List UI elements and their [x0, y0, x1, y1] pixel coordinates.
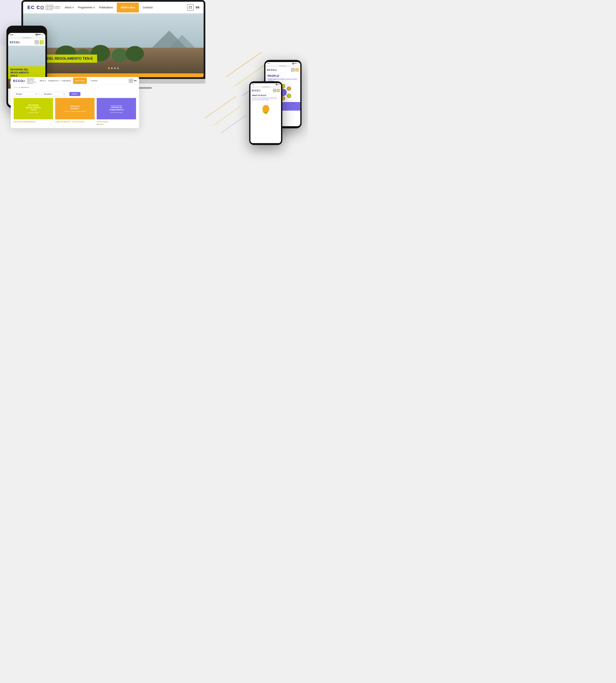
pub-nav-whatsnew[interactable]: What's New: [73, 78, 87, 84]
hero-dot-2[interactable]: [111, 67, 113, 69]
nav-publications[interactable]: Publications: [99, 6, 113, 9]
svg-rect-45: [265, 113, 267, 114]
nav-programmes[interactable]: Programmes ∨: [78, 6, 95, 9]
pub-card-1-image[interactable]: REVISIONE REGOLAMENTO TEN-E POSITION PAP…: [14, 98, 53, 119]
people-time: 9:41: [267, 63, 270, 64]
pub-card-3-title-2: CAMBIAMENTO: [109, 109, 124, 111]
phone-url-left: ecoclimate.org: [8, 36, 45, 39]
filter-authors-select[interactable]: All authors ∨: [42, 92, 67, 96]
ecco-phone-nav: ECCO: [250, 88, 281, 93]
laptop-screen: EC C THE ITALIAN INDEPENDENT ENERGY AND …: [21, 0, 205, 79]
svg-rect-44: [264, 112, 268, 113]
pub-nav-contacts[interactable]: Contacts: [91, 80, 97, 82]
svg-point-9: [112, 48, 128, 62]
pub-breadcrumb: Home / Publications: [11, 85, 139, 90]
ecco-menu-line-1: [277, 90, 279, 90]
people-menu-icon[interactable]: [295, 68, 299, 71]
phone-hero-title-line3: TEN-E: [10, 74, 43, 77]
desktop-nav: EC C THE ITALIAN INDEPENDENT ENERGY AND …: [23, 2, 204, 14]
pub-card-2: CAPACITY MARKET ADVOCACY KIT E POSITION …: [55, 98, 94, 125]
hero-dot-4[interactable]: [117, 67, 119, 69]
nav-links: About ∨ Programmes ∨ Publications What's…: [65, 3, 188, 13]
phone-signal-left: ▐▐ WiFi 🔋: [35, 34, 43, 36]
ecco-nav-icons: [273, 89, 280, 92]
chevron-down-icon-topic: ∨: [36, 93, 37, 95]
pub-card-2-badge: ADVOCACY KIT E POSITION PAPER: [64, 111, 86, 112]
phone-right-bottom-screen: 9:41 ▐▐ WiFi ecoclimate.org ECCO: [250, 83, 281, 143]
hero-dots: [108, 67, 119, 69]
menu-line-3: [40, 43, 43, 43]
people-cal-icon[interactable]: [291, 68, 294, 71]
svg-point-31: [287, 94, 291, 98]
ecco-what-title: WHAT IS ECCO: [252, 94, 279, 96]
logo-tagline: THE ITALIAN INDEPENDENT ENERGY AND CLIMA…: [46, 4, 61, 11]
phone-nav-left: ECCO: [8, 39, 45, 46]
pub-cards: REVISIONE REGOLAMENTO TEN-E POSITION PAP…: [11, 98, 139, 128]
nav-icons: EN: [187, 4, 199, 11]
people-menu-line-1: [296, 69, 298, 69]
phone-status-bar-left: 9:41 ▐▐ WiFi 🔋: [8, 33, 45, 36]
hero-bg: [23, 14, 204, 73]
pub-nav-lang[interactable]: EN: [134, 80, 136, 82]
pub-card-3-title-1: APPUNTI DI: [111, 106, 122, 109]
hero-svg: [23, 14, 204, 73]
people-status-bar: 9:41 ▐▐ WiFi 🔋: [265, 62, 300, 65]
people-nav: ECCO: [265, 67, 300, 73]
people-menu-line-2: [296, 70, 298, 70]
filter-topic-select[interactable]: All topic ∨: [14, 92, 39, 96]
pub-card-3-image[interactable]: INCEPTION PAPER APPUNTI DI CAMBIAMENTO N…: [97, 98, 136, 119]
ecco-cal-icon[interactable]: [273, 89, 276, 92]
nav-about[interactable]: About ∨: [65, 6, 74, 9]
pub-calendar-icon[interactable]: [129, 79, 133, 83]
nav-contacts[interactable]: Contacts: [143, 6, 153, 9]
lightbulb-svg: [258, 102, 273, 119]
laptop-screen-inner: EC C THE ITALIAN INDEPENDENT ENERGY AND …: [23, 2, 204, 77]
calendar-icon-btn[interactable]: [187, 4, 194, 11]
breadcrumb-sep: /: [19, 86, 19, 88]
publications-page: ECCO THE ITALIAN INDEPENDENT ENERGY AND …: [11, 77, 139, 128]
pub-nav-programmes[interactable]: Programmes ∨: [48, 80, 60, 82]
phone-calendar-icon[interactable]: [35, 40, 39, 44]
pub-filters: All topic ∨ All authors ∨ FILTE...: [11, 90, 139, 98]
phone-menu-icon[interactable]: [40, 40, 44, 44]
people-logo: ECCO: [267, 69, 291, 71]
filter-topic-label: All topic: [16, 93, 22, 95]
ecco-logo: ECCO: [252, 89, 273, 92]
pub-card-2-bottom-title: Capacity Market – Advocacy Kit: [55, 120, 94, 123]
breadcrumb-home[interactable]: Home: [14, 86, 18, 88]
phone-right-bottom: 9:41 ▐▐ WiFi ecoclimate.org ECCO: [249, 81, 282, 145]
phone-hero-title-line2: REGOLAMENTO: [10, 71, 43, 74]
deco-line-7: [213, 106, 241, 126]
ecco-menu-icon[interactable]: [277, 89, 280, 92]
svg-point-10: [126, 46, 144, 61]
svg-rect-22: [130, 80, 132, 82]
hero-area: REVISIONE DEL REGOLAMENTO TEN-E: [23, 14, 204, 73]
ecco-signal: ▐▐ WiFi: [276, 84, 280, 85]
ecco-what-desc: ECCO, the first independent Italian thin…: [252, 97, 279, 101]
logo-text: EC C: [27, 5, 44, 10]
filter-authors-label: All authors: [44, 93, 52, 95]
ecco-time: 9:41: [252, 84, 254, 85]
filter-button[interactable]: FILTE...: [69, 92, 81, 96]
nav-lang[interactable]: EN: [196, 6, 199, 9]
menu-line-1: [40, 42, 43, 42]
pub-nav-about[interactable]: About ∨: [40, 80, 46, 82]
phone-time-left: 9:41: [10, 34, 13, 36]
phone-hero-title-line1: REVISIONE DEL: [10, 68, 43, 71]
nav-whatsnew-highlight[interactable]: What's New: [117, 3, 139, 13]
people-signal: ▐▐ WiFi 🔋: [292, 63, 299, 64]
pub-nav-publications[interactable]: Publications: [62, 80, 71, 82]
pub-card-2-title-2: MARKET: [71, 108, 79, 110]
hero-dot-3[interactable]: [114, 67, 116, 69]
pub-nav: ECCO THE ITALIAN INDEPENDENT ENERGY AND …: [11, 77, 139, 85]
hero-dot-1[interactable]: [108, 67, 110, 69]
menu-line-2: [40, 42, 43, 43]
hero-orange-bar: [23, 73, 204, 77]
deco-line-8: [221, 115, 245, 133]
deco-line-1: [226, 52, 262, 77]
pub-card-1-bottom-title: Revisione Regolamento: [14, 120, 53, 123]
people-url: ecoclimate.org: [265, 65, 300, 67]
people-page-title: PEOPLE: [268, 74, 298, 78]
breadcrumb-current: Publications: [20, 86, 29, 88]
pub-card-2-image[interactable]: CAPACITY MARKET ADVOCACY KIT E POSITION …: [55, 98, 94, 119]
